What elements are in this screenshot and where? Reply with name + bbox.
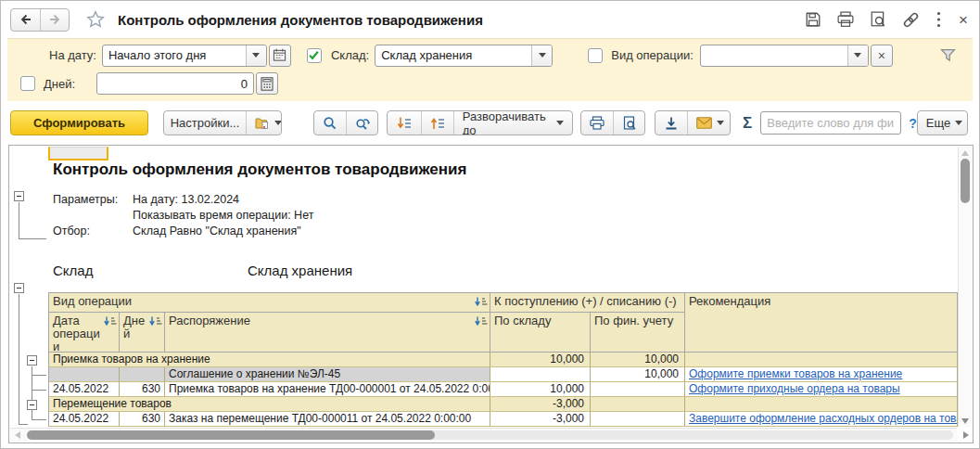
tree-line — [32, 375, 46, 376]
header-date[interactable]: Дата операции — [48, 313, 120, 353]
chevron-down-icon — [252, 53, 260, 58]
expand-rows-button[interactable] — [388, 111, 420, 135]
more-label: Еще — [926, 116, 950, 130]
header-days[interactable]: Дней — [120, 313, 165, 353]
collapse-group-button[interactable] — [14, 191, 24, 201]
title-bar: Контроль оформления документов товародви… — [1, 1, 979, 38]
sum-sigma-button[interactable]: Σ — [743, 114, 752, 133]
email-envelope-icon — [696, 117, 712, 129]
generate-button[interactable]: Сформировать — [10, 110, 148, 135]
days-combo — [96, 72, 254, 95]
warehouse-dropdown-button[interactable] — [531, 45, 552, 66]
collapse-row-button[interactable] — [27, 355, 37, 366]
days-checkbox[interactable] — [20, 76, 35, 91]
on-date-dropdown-button[interactable] — [246, 45, 266, 66]
chevron-down-icon — [539, 53, 546, 58]
scroll-up-arrow[interactable] — [961, 150, 969, 156]
quick-filter-input[interactable] — [760, 111, 901, 135]
scroll-down-arrow[interactable] — [961, 418, 969, 424]
search-reset-button[interactable] — [346, 111, 379, 135]
selected-cell-indicator[interactable] — [48, 147, 108, 160]
warehouse-input[interactable] — [375, 45, 531, 66]
by-warehouse-cell: -3,000 — [490, 397, 591, 412]
collapse-row-button[interactable] — [27, 400, 37, 410]
order-cell: Соглашение о хранении №ЭЛ-45 — [165, 367, 490, 382]
on-date-combo — [102, 45, 267, 67]
tree-line — [32, 390, 46, 391]
report-title: Контроль оформления документов товародви… — [53, 160, 466, 179]
print-icon[interactable] — [836, 10, 855, 29]
days-label: Дней: — [44, 77, 81, 91]
recommendation-link[interactable]: Оформите приходные ордера на товары — [689, 382, 900, 395]
close-icon[interactable]: × — [957, 10, 970, 29]
horizontal-scroll-thumb[interactable] — [27, 430, 435, 440]
chevron-down-icon — [955, 121, 962, 125]
expand-to-button[interactable]: Разворачивать до — [453, 111, 572, 135]
checkmark-icon — [308, 49, 320, 61]
header-by-warehouse[interactable]: По складу — [490, 313, 591, 353]
more-button[interactable]: Еще — [918, 111, 968, 135]
search-button[interactable] — [314, 111, 346, 135]
operation-combo — [700, 45, 869, 67]
horizontal-scrollbar[interactable] — [10, 428, 957, 442]
recommendation-link[interactable]: Завершите оформление расходных ордеров н… — [689, 412, 958, 425]
table-row-detail[interactable]: 24.05.2022 630 Приемка товаров на хранен… — [48, 382, 958, 397]
calculator-button[interactable] — [256, 72, 278, 95]
save-result-button[interactable] — [655, 111, 687, 135]
scroll-right-arrow[interactable] — [963, 431, 969, 439]
search-icon — [323, 116, 337, 131]
warehouse-group-label: Склад — [53, 263, 93, 278]
table-row-group[interactable]: Перемещение товаров -3,000 — [48, 397, 958, 412]
more-dots-icon[interactable] — [934, 10, 943, 29]
calendar-button[interactable] — [269, 45, 291, 67]
settings-button[interactable]: Настройки... — [164, 111, 246, 135]
calculator-icon — [261, 77, 274, 91]
scroll-left-arrow[interactable] — [15, 431, 20, 439]
report-variants-button[interactable] — [246, 111, 282, 135]
operation-clear-button[interactable]: × — [871, 45, 893, 67]
days-cell — [120, 367, 165, 382]
header-recommendation[interactable]: Рекомендация — [685, 292, 958, 353]
save-icon[interactable] — [804, 10, 822, 29]
print-preview-button[interactable] — [613, 111, 645, 135]
tree-line — [19, 238, 46, 239]
sort-icon — [475, 297, 488, 307]
header-by-fin[interactable]: По фин. учету — [591, 313, 685, 353]
header-operation-kind[interactable]: Вид операции — [48, 292, 490, 313]
recommendation-link[interactable]: Оформите приемки товаров на хранение — [689, 367, 902, 380]
collapse-rows-button[interactable] — [421, 111, 453, 135]
favorite-star-icon[interactable] — [86, 10, 105, 29]
link-icon[interactable] — [901, 10, 920, 29]
operation-input[interactable] — [701, 45, 847, 66]
preview-icon[interactable] — [869, 10, 887, 29]
warehouse-group-value: Склад хранения — [248, 263, 352, 278]
operation-dropdown-button[interactable] — [847, 45, 868, 66]
table-row-agreement[interactable]: Соглашение о хранении №ЭЛ-45 10,000 Офор… — [48, 367, 958, 382]
search-reset-icon — [355, 116, 371, 131]
vertical-scroll-thumb[interactable] — [961, 159, 970, 203]
days-input[interactable] — [97, 73, 253, 94]
calendar-icon — [273, 48, 286, 62]
header-amounts[interactable]: К поступлению (+) / списанию (-) — [490, 292, 685, 313]
operation-checkbox[interactable] — [588, 48, 603, 63]
header-order[interactable]: Распоряжение — [165, 313, 490, 353]
forward-button[interactable] — [40, 9, 69, 31]
nav-history-group — [10, 8, 70, 32]
filter-funnel-icon[interactable] — [940, 48, 956, 63]
params-label: Параметры: — [53, 193, 118, 206]
warehouse-checkbox[interactable] — [307, 48, 322, 63]
table-row-detail[interactable]: 24.05.2022 630 Заказ на перемещение ТД00… — [48, 412, 958, 427]
selection-label: Отбор: — [53, 224, 90, 237]
vertical-scrollbar[interactable] — [958, 147, 972, 427]
by-warehouse-cell: 10,000 — [490, 382, 591, 397]
on-date-input[interactable] — [103, 45, 246, 66]
by-fin-cell: 10,000 — [591, 353, 685, 367]
tree-line — [19, 424, 28, 425]
help-button[interactable]: ? — [909, 116, 917, 131]
collapse-group-button[interactable] — [14, 283, 24, 293]
table-row-group[interactable]: Приемка товаров на хранение 10,000 10,00… — [48, 353, 958, 367]
report-spreadsheet: Контроль оформления документов товародви… — [8, 145, 974, 443]
print-report-button[interactable] — [581, 111, 613, 135]
back-button[interactable] — [11, 9, 40, 31]
send-email-button[interactable] — [687, 111, 731, 135]
